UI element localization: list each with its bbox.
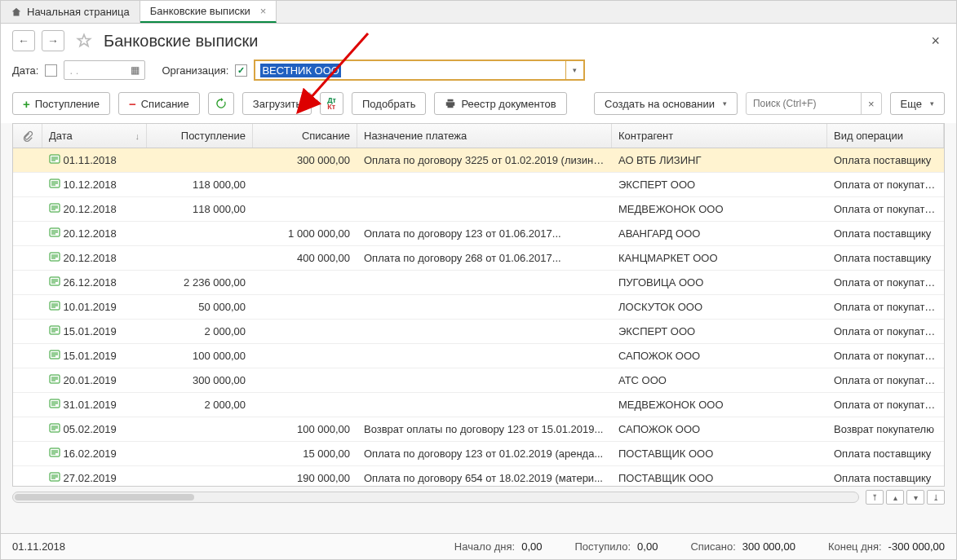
org-filter-input[interactable]: ВЕСТНИК ООО bbox=[255, 61, 565, 79]
chevron-down-icon: ▾ bbox=[930, 99, 934, 108]
cell-income: 2 236 000,00 bbox=[147, 276, 253, 289]
table-row[interactable]: 26.12.20182 236 000,00ПУГОВИЦА ООООплата… bbox=[13, 271, 944, 295]
cell-date: 26.12.2018 bbox=[42, 276, 147, 289]
registry-button[interactable]: Реестр документов bbox=[434, 92, 566, 115]
cell-type: Оплата поставщику bbox=[827, 472, 944, 484]
page-first-button[interactable]: ⤒ bbox=[866, 490, 884, 505]
document-icon bbox=[49, 276, 60, 286]
cell-date: 10.12.2018 bbox=[42, 179, 147, 191]
cell-party: ПУГОВИЦА ООО bbox=[612, 276, 827, 289]
table-row[interactable]: 27.02.2019190 000,00Оплата по договору 6… bbox=[13, 466, 944, 486]
page-down-button[interactable]: ▾ bbox=[906, 490, 924, 505]
org-dropdown-button[interactable]: ▾ bbox=[565, 61, 583, 79]
cell-party: АО ВТБ ЛИЗИНГ bbox=[612, 154, 827, 166]
document-icon bbox=[49, 301, 60, 311]
col-purpose[interactable]: Назначение платежа bbox=[357, 124, 612, 148]
page-last-button[interactable]: ⤓ bbox=[927, 490, 945, 505]
cell-date: 20.12.2018 bbox=[42, 252, 147, 264]
cell-party: САПОЖОК ООО bbox=[612, 423, 827, 435]
chevron-down-icon: ▾ bbox=[723, 99, 727, 108]
page-up-button[interactable]: ▴ bbox=[886, 490, 904, 505]
table-row[interactable]: 31.01.20192 000,00МЕДВЕЖОНОК ООООплата о… bbox=[13, 393, 944, 417]
col-expense[interactable]: Списание bbox=[253, 124, 357, 148]
table-row[interactable]: 10.01.201950 000,00ЛОСКУТОК ООООплата от… bbox=[13, 295, 944, 320]
nav-back-button[interactable]: ← bbox=[12, 30, 35, 51]
org-filter-checkbox[interactable] bbox=[235, 64, 247, 77]
document-icon bbox=[49, 154, 60, 164]
pick-button[interactable]: Подобрать bbox=[352, 92, 426, 115]
table-header: Дата Поступление Списание Назначение пла… bbox=[13, 124, 944, 148]
pager: ⤒ ▴ ▾ ⤓ bbox=[866, 490, 945, 505]
status-out-label: Списано: bbox=[690, 540, 735, 553]
income-button[interactable]: +Поступление bbox=[12, 92, 110, 115]
favorite-star-icon[interactable] bbox=[76, 33, 92, 49]
cell-type: Оплата от покупателя bbox=[827, 350, 944, 362]
dtkt-button[interactable]: ДтКт bbox=[320, 92, 343, 115]
cell-purpose: Оплата по договору 123 от 01.06.2017... bbox=[357, 227, 612, 240]
cell-type: Оплата от покупателя bbox=[827, 374, 944, 386]
status-start-value: 0,00 bbox=[521, 540, 542, 553]
horizontal-scrollbar[interactable] bbox=[12, 492, 859, 503]
cell-income: 300 000,00 bbox=[147, 374, 253, 386]
table-row[interactable]: 20.12.2018118 000,00МЕДВЕЖОНОК ООООплата… bbox=[13, 197, 944, 222]
table-row[interactable]: 15.01.20192 000,00ЭКСПЕРТ ООООплата от п… bbox=[13, 320, 944, 344]
cell-expense: 300 000,00 bbox=[253, 154, 357, 166]
table-row[interactable]: 01.11.2018300 000,00Оплата по договору 3… bbox=[13, 148, 944, 173]
cell-date: 15.01.2019 bbox=[42, 325, 147, 337]
tab-home[interactable]: Начальная страница bbox=[1, 1, 140, 23]
tab-bank-statements[interactable]: Банковские выписки × bbox=[140, 1, 277, 23]
cell-income: 100 000,00 bbox=[147, 350, 253, 362]
col-attachment[interactable] bbox=[13, 124, 42, 148]
search-input[interactable] bbox=[747, 98, 861, 109]
status-end-value: -300 000,00 bbox=[888, 540, 945, 553]
cell-type: Оплата от покупателя bbox=[827, 301, 944, 313]
create-from-button[interactable]: Создать на основании▾ bbox=[594, 92, 738, 115]
cell-type: Оплата от покупателя bbox=[827, 399, 944, 411]
org-filter-value: ВЕСТНИК ООО bbox=[260, 64, 341, 77]
col-date[interactable]: Дата bbox=[42, 124, 147, 148]
document-icon bbox=[49, 179, 60, 188]
search-clear-button[interactable]: × bbox=[861, 93, 881, 114]
statements-table: Дата Поступление Списание Назначение пла… bbox=[12, 123, 945, 487]
table-row[interactable]: 20.01.2019300 000,00АТС ООООплата от пок… bbox=[13, 368, 944, 393]
col-type[interactable]: Вид операции bbox=[827, 124, 944, 148]
table-row[interactable]: 15.01.2019100 000,00САПОЖОК ООООплата от… bbox=[13, 344, 944, 368]
table-row[interactable]: 05.02.2019100 000,00Возврат оплаты по до… bbox=[13, 417, 944, 442]
cell-type: Возврат покупателю bbox=[827, 423, 944, 435]
status-in-value: 0,00 bbox=[637, 540, 658, 553]
load-button[interactable]: Загрузить bbox=[242, 92, 312, 115]
status-end-label: Конец дня: bbox=[828, 540, 882, 553]
close-page-button[interactable]: × bbox=[926, 33, 945, 50]
cell-party: АВАНГАРД ООО bbox=[612, 227, 827, 240]
cell-party: ПОСТАВЩИК ООО bbox=[612, 472, 827, 484]
table-row[interactable]: 20.12.20181 000 000,00Оплата по договору… bbox=[13, 222, 944, 246]
cell-income: 2 000,00 bbox=[147, 399, 253, 411]
search-box[interactable]: × bbox=[746, 92, 882, 115]
cell-type: Оплата поставщику bbox=[827, 448, 944, 460]
nav-forward-button[interactable]: → bbox=[42, 30, 64, 51]
date-filter-input[interactable]: . . ▦ bbox=[64, 60, 145, 80]
cell-type: Оплата от покупателя bbox=[827, 325, 944, 337]
more-button[interactable]: Еще▾ bbox=[890, 92, 945, 115]
calendar-icon[interactable]: ▦ bbox=[131, 64, 140, 76]
cell-date: 10.01.2019 bbox=[42, 301, 147, 313]
tab-home-label: Начальная страница bbox=[27, 6, 130, 18]
cell-party: ЭКСПЕРТ ООО bbox=[612, 179, 827, 191]
table-row[interactable]: 20.12.2018400 000,00Оплата по договору 2… bbox=[13, 246, 944, 271]
tab-close-icon[interactable]: × bbox=[260, 5, 267, 17]
page-header: ← → Банковские выписки × bbox=[1, 24, 956, 55]
org-filter-label: Организация: bbox=[162, 64, 228, 77]
table-row[interactable]: 16.02.201915 000,00Оплата по договору 12… bbox=[13, 442, 944, 466]
refresh-button[interactable] bbox=[208, 92, 234, 115]
col-party[interactable]: Контрагент bbox=[612, 124, 827, 148]
col-income[interactable]: Поступление bbox=[147, 124, 253, 148]
cell-party: САПОЖОК ООО bbox=[612, 350, 827, 362]
cell-party: МЕДВЕЖОНОК ООО bbox=[612, 203, 827, 215]
expense-button[interactable]: −Списание bbox=[118, 92, 200, 115]
date-filter-checkbox[interactable] bbox=[45, 64, 57, 77]
cell-date: 20.12.2018 bbox=[42, 227, 147, 240]
table-row[interactable]: 10.12.2018118 000,00ЭКСПЕРТ ООООплата от… bbox=[13, 173, 944, 197]
cell-purpose: Оплата по договору 3225 от 01.02.2019 (л… bbox=[357, 154, 612, 166]
org-filter-field[interactable]: ВЕСТНИК ООО ▾ bbox=[254, 60, 585, 81]
scrollbar-thumb[interactable] bbox=[15, 494, 194, 500]
